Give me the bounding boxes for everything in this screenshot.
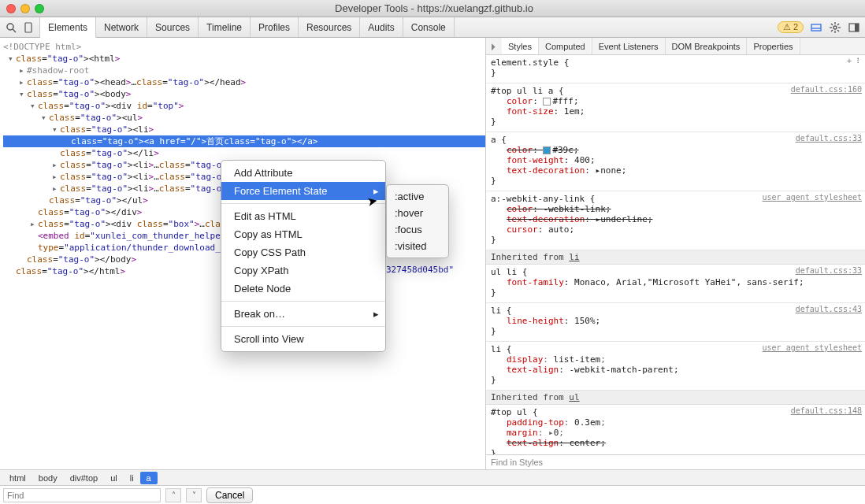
dom-node[interactable]: #shadow-root [3, 65, 485, 76]
rule-source-link[interactable]: default.css:43 [796, 305, 862, 313]
context-menu-item[interactable]: Copy as HTML [221, 225, 385, 243]
find-in-styles-input[interactable]: Find in Styles [486, 454, 865, 469]
settings-icon[interactable] [829, 21, 841, 34]
css-rule[interactable]: default.css:148#top ul {padding-top: 0.3… [486, 405, 865, 454]
window-controls [0, 4, 50, 13]
panel-tab-elements[interactable]: Elements [40, 17, 96, 38]
inspect-icon[interactable] [5, 21, 17, 34]
svg-rect-15 [855, 24, 859, 32]
panel-tab-resources[interactable]: Resources [299, 17, 360, 37]
svg-rect-2 [25, 23, 32, 32]
find-input[interactable] [3, 488, 161, 502]
css-rule[interactable]: default.css:160#top ul li a {color: #fff… [486, 83, 865, 132]
sidebar-tab-event-listeners[interactable]: Event Listeners [592, 38, 666, 54]
css-rule[interactable]: default.css:33ul li {font-family: Monaco… [486, 265, 865, 303]
css-rule[interactable]: default.css:33a {color: #39c;font-weight… [486, 132, 865, 191]
submenu-item[interactable]: :hover [387, 205, 448, 221]
dom-node[interactable]: class="tag-o"><html> [3, 53, 485, 65]
zoom-window-button[interactable] [35, 4, 44, 13]
breadcrumb-item[interactable]: ul [104, 472, 124, 484]
submenu-item[interactable]: :visited [387, 238, 448, 254]
dom-node[interactable]: class="tag-o"><a href="/">首页class="tag-o… [3, 135, 485, 147]
devtools-toolbar: ElementsNetworkSourcesTimelineProfilesRe… [0, 17, 865, 38]
window-title: Developer Tools - https://xuelangzf.gith… [50, 2, 818, 14]
device-mode-icon[interactable] [22, 21, 35, 34]
breadcrumb-item[interactable]: body [32, 472, 64, 484]
context-menu-item[interactable]: Scroll into View [221, 330, 385, 348]
dom-node[interactable]: class="tag-o"><body> [3, 88, 485, 100]
inherited-from-label: Inherited from li [486, 250, 865, 265]
context-menu-item[interactable]: Copy CSS Path [221, 243, 385, 261]
dom-breadcrumb: htmlbodydiv#topullia [0, 469, 865, 485]
window-titlebar: Developer Tools - https://xuelangzf.gith… [0, 0, 865, 17]
sidebar-tab-properties[interactable]: Properties [747, 38, 800, 54]
context-menu-item[interactable]: Edit as HTML [221, 207, 385, 225]
breadcrumb-item[interactable]: a [140, 472, 158, 484]
rule-source-link[interactable]: user agent stylesheet [763, 193, 862, 202]
find-bar: ˄ ˅ Cancel [0, 485, 865, 504]
svg-rect-3 [811, 24, 821, 31]
warning-count: 2 [793, 22, 798, 32]
dom-node[interactable]: class="tag-o"><li> [3, 124, 485, 135]
find-prev-button[interactable]: ˄ [165, 488, 181, 502]
panel-tab-profiles[interactable]: Profiles [251, 17, 299, 37]
inherited-from-label: Inherited from ul [486, 391, 865, 405]
panel-tab-audits[interactable]: Audits [360, 17, 403, 37]
css-rule[interactable]: + ⠇element.style {} [486, 55, 865, 83]
breadcrumb-item[interactable]: div#top [64, 472, 104, 484]
force-state-submenu: :active:hover:focus:visited [386, 184, 449, 258]
dom-node[interactable]: class="tag-o"></li> [3, 147, 485, 159]
new-rule-button[interactable]: ⏵ [486, 38, 502, 54]
close-window-button[interactable] [6, 4, 16, 13]
css-rule[interactable]: default.css:43li {line-height: 150%;} [486, 303, 865, 342]
warning-count-badge[interactable]: ⚠ 2 [778, 21, 804, 33]
dom-node[interactable]: class="tag-o"><ul> [3, 112, 485, 124]
styles-sidebar: ⏵ StylesComputedEvent ListenersDOM Break… [486, 38, 865, 469]
rule-source-link[interactable]: default.css:33 [796, 134, 862, 143]
dom-node[interactable]: class="tag-o"><div id="top"> [3, 100, 485, 112]
svg-line-1 [13, 29, 16, 32]
rule-source-link[interactable]: default.css:160 [791, 85, 862, 94]
rule-source-link[interactable]: default.css:148 [791, 406, 862, 415]
sidebar-tab-dom-breakpoints[interactable]: DOM Breakpoints [666, 38, 748, 54]
svg-point-5 [833, 26, 837, 29]
panel-tab-sources[interactable]: Sources [147, 17, 199, 37]
context-menu: Add AttributeForce Element State▸Edit as… [221, 160, 386, 352]
submenu-item[interactable]: :focus [387, 221, 448, 238]
submenu-item[interactable]: :active [387, 188, 448, 205]
css-rule[interactable]: user agent stylesheeta:-webkit-any-link … [486, 191, 865, 250]
svg-line-12 [837, 24, 839, 25]
sidebar-tab-computed[interactable]: Computed [539, 38, 592, 54]
breadcrumb-item[interactable]: html [3, 472, 32, 484]
panel-tab-network[interactable]: Network [96, 17, 147, 37]
dock-side-icon[interactable] [848, 21, 860, 34]
context-menu-item[interactable]: Break on…▸ [221, 305, 385, 323]
dom-node[interactable]: class="tag-o"><head>…class="tag-o"></hea… [3, 76, 485, 88]
drawer-toggle-icon[interactable] [810, 21, 822, 34]
find-next-button[interactable]: ˅ [186, 488, 202, 502]
svg-line-11 [837, 30, 839, 32]
minimize-window-button[interactable] [20, 4, 30, 13]
svg-line-10 [831, 24, 833, 25]
rule-source-link[interactable]: default.css:33 [796, 266, 862, 275]
context-menu-item[interactable]: Force Element State▸ [221, 182, 385, 200]
context-menu-item[interactable]: Add Attribute [221, 164, 385, 182]
elements-dom-tree[interactable]: <!DOCTYPE html>class="tag-o"><html>#shad… [0, 38, 486, 469]
sidebar-tab-styles[interactable]: Styles [502, 38, 539, 54]
find-cancel-button[interactable]: Cancel [206, 487, 253, 503]
context-menu-item[interactable]: Delete Node [221, 280, 385, 298]
panel-tab-console[interactable]: Console [403, 17, 455, 37]
breadcrumb-item[interactable]: li [124, 472, 140, 484]
context-menu-item[interactable]: Copy XPath [221, 261, 385, 280]
rule-source-link[interactable]: user agent stylesheet [763, 343, 862, 352]
panel-tab-timeline[interactable]: Timeline [199, 17, 251, 37]
svg-line-13 [831, 30, 833, 32]
svg-point-0 [7, 24, 13, 30]
css-rule[interactable]: user agent stylesheetli {display: list-i… [486, 342, 865, 391]
